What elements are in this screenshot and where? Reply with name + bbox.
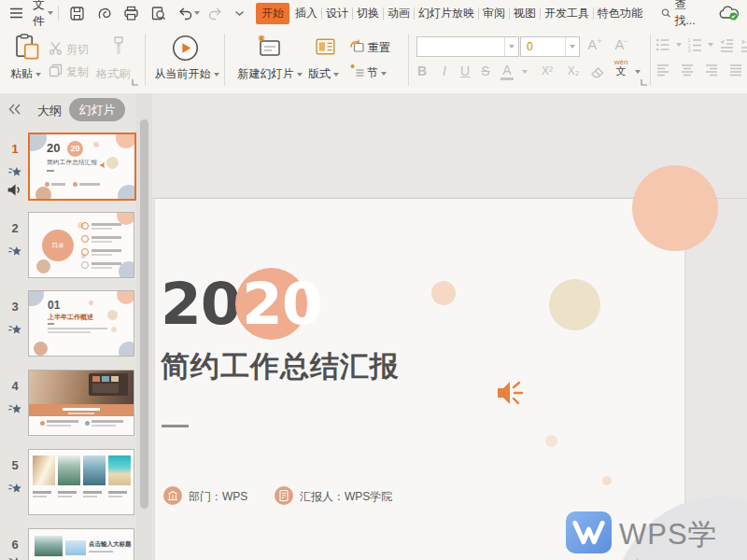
grow-font-button[interactable]: A+ bbox=[585, 36, 604, 52]
slide-thumbnail-2[interactable]: 目录 bbox=[28, 212, 134, 278]
list-bullet-ring bbox=[81, 261, 89, 269]
align-right-icon[interactable] bbox=[704, 63, 719, 77]
new-slide-icon[interactable] bbox=[255, 34, 283, 62]
search-icon bbox=[661, 7, 671, 20]
slide-title[interactable]: 简约工作总结汇报 bbox=[161, 347, 400, 386]
underline-button[interactable]: U bbox=[456, 63, 474, 78]
print-icon[interactable] bbox=[123, 6, 139, 21]
slide-thumbnail-6[interactable]: 点击输入大标题 bbox=[28, 528, 134, 560]
slide-year-black[interactable]: 20 bbox=[161, 272, 241, 337]
font-color-button[interactable]: A bbox=[498, 63, 516, 77]
hamburger-menu-icon[interactable] bbox=[9, 7, 23, 19]
section-icon[interactable] bbox=[349, 63, 365, 78]
copy-icon[interactable] bbox=[49, 63, 63, 77]
clipboard-dialog-launcher-icon[interactable] bbox=[132, 78, 139, 86]
slide-audio-icon[interactable] bbox=[493, 375, 527, 411]
increase-indent-icon[interactable] bbox=[740, 37, 747, 52]
tab-design[interactable]: 设计 bbox=[322, 2, 352, 25]
undo-icon[interactable] bbox=[177, 7, 193, 21]
panel-scrollbar-track[interactable] bbox=[136, 93, 152, 560]
strikethrough-button[interactable]: S bbox=[476, 63, 495, 78]
section-button[interactable]: 节 bbox=[367, 65, 387, 81]
more-commands-icon[interactable] bbox=[234, 10, 245, 17]
decorative-circle-dot bbox=[602, 476, 612, 485]
collapse-panel-icon[interactable] bbox=[7, 103, 22, 116]
format-painter-button[interactable]: 格式刷 bbox=[96, 66, 130, 82]
bold-button[interactable]: B bbox=[413, 63, 431, 78]
export-icon[interactable] bbox=[96, 6, 112, 21]
slide-thumbnail-1[interactable]: 20 20 简约工作总结汇报 bbox=[28, 133, 136, 201]
tab-slideshow[interactable]: 幻灯片放映 bbox=[415, 2, 478, 25]
play-from-current-button[interactable]: 从当前开始 bbox=[148, 66, 226, 82]
superscript-button[interactable]: X² bbox=[536, 64, 558, 77]
bullet-list-chevron-icon[interactable] bbox=[676, 43, 682, 47]
tab-view[interactable]: 视图 bbox=[510, 2, 540, 25]
slide-thumbnail-5[interactable] bbox=[28, 449, 134, 515]
justify-icon[interactable] bbox=[728, 63, 743, 77]
align-left-icon[interactable] bbox=[655, 63, 670, 77]
tab-slides[interactable]: 幻灯片 bbox=[69, 98, 125, 121]
align-center-icon[interactable] bbox=[680, 63, 695, 77]
reporter-label[interactable]: 汇报人：WPS学院 bbox=[300, 489, 392, 505]
tab-home[interactable]: 开始 bbox=[256, 3, 289, 24]
phonetic-chevron-icon[interactable] bbox=[635, 70, 641, 74]
font-size-chevron-icon[interactable] bbox=[565, 37, 579, 56]
tab-insert[interactable]: 插入 bbox=[291, 2, 321, 25]
phonetic-guide-button[interactable]: wén 文 bbox=[613, 59, 629, 77]
italic-button[interactable]: I bbox=[435, 63, 454, 78]
decrease-indent-icon[interactable] bbox=[719, 37, 734, 52]
file-menu-chevron-icon[interactable] bbox=[48, 11, 53, 15]
redo-icon[interactable] bbox=[207, 7, 223, 21]
numbered-list-icon[interactable]: 123 bbox=[687, 37, 702, 52]
animation-star-icon bbox=[7, 164, 23, 180]
paste-button[interactable]: 粘贴 bbox=[10, 66, 41, 82]
cut-icon[interactable] bbox=[49, 41, 63, 55]
watermark-brand: WPS学院 bbox=[619, 515, 747, 560]
decorative-circle bbox=[116, 133, 136, 148]
font-color-chevron-icon[interactable] bbox=[522, 70, 528, 74]
numbered-list-chevron-icon[interactable] bbox=[708, 43, 713, 47]
subscript-button[interactable]: X₂ bbox=[562, 64, 585, 77]
department-label[interactable]: 部门：WPS bbox=[189, 489, 247, 505]
department-icon bbox=[163, 486, 182, 505]
copy-button[interactable]: 复制 bbox=[66, 64, 89, 80]
reset-icon[interactable] bbox=[349, 38, 365, 54]
thumb-info-dot bbox=[40, 421, 45, 426]
paste-chevron-icon bbox=[35, 73, 41, 77]
slide-year-white[interactable]: 20 bbox=[242, 272, 322, 337]
font-size-combobox[interactable]: 0 bbox=[520, 36, 580, 57]
clear-format-icon[interactable] bbox=[590, 64, 605, 78]
font-family-chevron-icon[interactable] bbox=[504, 37, 518, 56]
find-button[interactable]: 查找... bbox=[661, 0, 698, 29]
cut-button[interactable]: 剪切 bbox=[66, 42, 89, 58]
tab-special-features[interactable]: 特色功能 bbox=[594, 2, 646, 25]
layout-icon[interactable] bbox=[314, 35, 337, 59]
panel-scrollbar-thumb[interactable] bbox=[140, 119, 148, 509]
paste-icon[interactable] bbox=[12, 33, 40, 61]
slide-thumbnail-3[interactable]: 01 上半年工作概述 bbox=[28, 290, 134, 357]
text-line-placeholder bbox=[47, 420, 78, 423]
slide-thumbnail-4[interactable] bbox=[28, 370, 134, 436]
new-slide-chevron-icon bbox=[297, 73, 303, 77]
tab-transitions[interactable]: 切换 bbox=[353, 2, 383, 25]
undo-dropdown-icon[interactable] bbox=[194, 11, 200, 15]
text-line-placeholder bbox=[92, 236, 121, 239]
layout-button[interactable]: 版式 bbox=[308, 66, 339, 82]
tab-review[interactable]: 审阅 bbox=[479, 2, 509, 25]
find-label: 查找... bbox=[675, 0, 699, 29]
tab-developer[interactable]: 开发工具 bbox=[541, 2, 593, 25]
reset-button[interactable]: 重置 bbox=[368, 40, 390, 56]
tab-outline[interactable]: 大纲 bbox=[37, 103, 62, 119]
font-dialog-launcher-icon[interactable] bbox=[641, 78, 648, 86]
shrink-font-button[interactable]: A- bbox=[612, 36, 630, 52]
font-family-combobox[interactable] bbox=[416, 36, 519, 57]
bullet-list-icon[interactable] bbox=[655, 37, 670, 52]
save-icon[interactable] bbox=[69, 6, 85, 21]
thumb-section-title: 上半年工作概述 bbox=[48, 313, 93, 322]
play-from-current-icon[interactable] bbox=[171, 34, 200, 63]
cloud-sync-icon[interactable] bbox=[719, 6, 740, 21]
print-preview-icon[interactable] bbox=[150, 6, 166, 21]
format-painter-icon[interactable] bbox=[109, 35, 128, 58]
new-slide-button[interactable]: 新建幻灯片 bbox=[233, 66, 307, 82]
tab-animation[interactable]: 动画 bbox=[384, 2, 414, 25]
